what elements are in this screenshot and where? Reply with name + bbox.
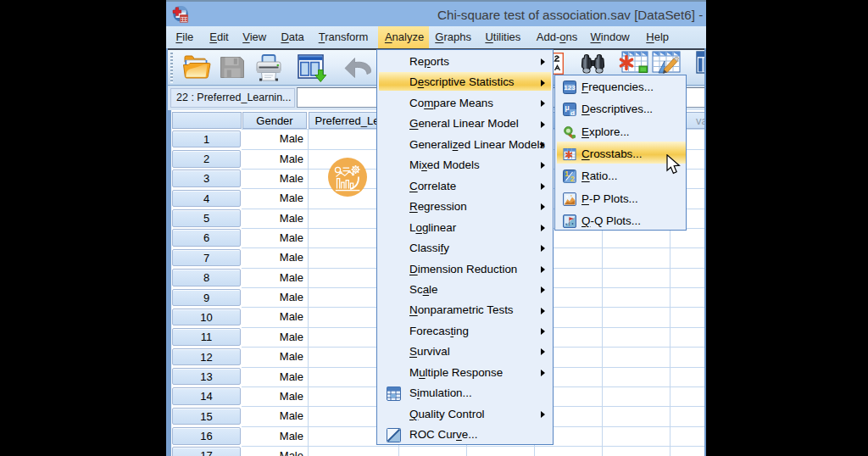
- svg-text:2: 2: [570, 175, 575, 183]
- svg-text:123: 123: [564, 84, 576, 92]
- svg-text:μ: μ: [565, 103, 570, 112]
- svg-text:d: d: [570, 109, 575, 117]
